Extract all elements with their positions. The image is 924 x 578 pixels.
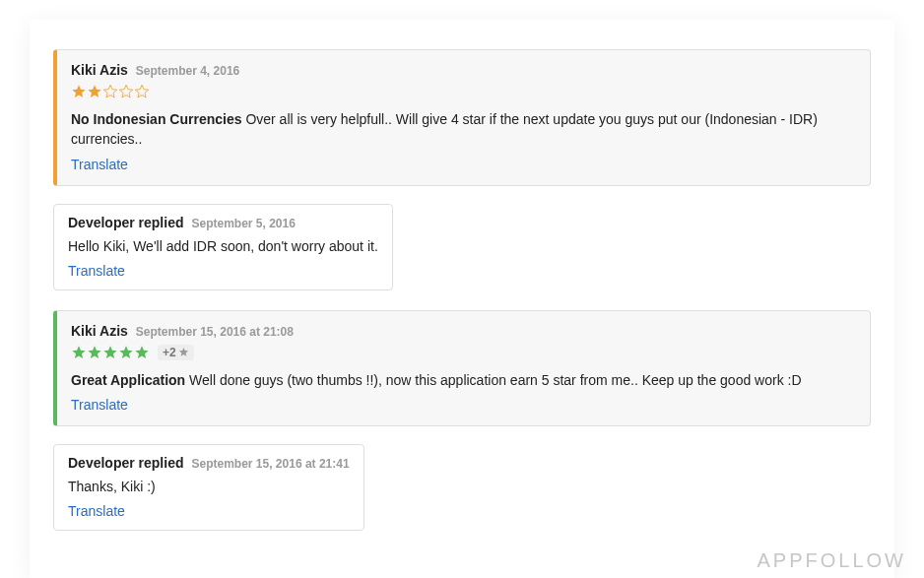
star-rating bbox=[71, 345, 150, 360]
reply-body: Hello Kiki, We'll add IDR soon, don't wo… bbox=[68, 236, 378, 256]
reviews-container: Kiki Azis September 4, 2016 No Indonesia… bbox=[30, 20, 894, 578]
svg-marker-6 bbox=[88, 346, 100, 358]
svg-marker-0 bbox=[72, 85, 85, 97]
svg-marker-8 bbox=[119, 346, 132, 358]
star-icon bbox=[102, 84, 118, 99]
review-text: Well done guys (two thumbs !!), now this… bbox=[189, 372, 802, 388]
star-icon bbox=[71, 84, 87, 99]
rating-delta-value: +2 bbox=[163, 346, 176, 359]
reply-date: September 5, 2016 bbox=[192, 217, 296, 230]
review-header: Kiki Azis September 15, 2016 at 21:08 bbox=[71, 323, 856, 339]
review-body: No Indonesian Currencies Over all is ver… bbox=[71, 109, 856, 150]
reply-header: Developer replied September 15, 2016 at … bbox=[68, 455, 350, 471]
translate-link[interactable]: Translate bbox=[71, 397, 128, 413]
review-body: Great Application Well done guys (two th… bbox=[71, 370, 856, 390]
star-icon bbox=[118, 84, 134, 99]
review-title: No Indonesian Currencies bbox=[71, 111, 241, 127]
svg-marker-10 bbox=[179, 348, 188, 356]
watermark: APPFOLLOW bbox=[758, 549, 906, 572]
star-icon bbox=[71, 345, 87, 360]
star-icon bbox=[87, 345, 102, 360]
star-icon bbox=[87, 84, 102, 99]
review-author: Kiki Azis bbox=[71, 62, 128, 78]
review-date: September 15, 2016 at 21:08 bbox=[136, 325, 294, 339]
review-card: Kiki Azis September 4, 2016 No Indonesia… bbox=[53, 49, 871, 186]
svg-marker-4 bbox=[135, 85, 148, 97]
svg-marker-2 bbox=[103, 85, 116, 97]
svg-marker-1 bbox=[88, 85, 100, 97]
review-author: Kiki Azis bbox=[71, 323, 128, 339]
reply-body: Thanks, Kiki :) bbox=[68, 477, 350, 496]
review-header: Kiki Azis September 4, 2016 bbox=[71, 62, 856, 78]
reply-date: September 15, 2016 at 21:41 bbox=[192, 457, 350, 471]
reply-author: Developer replied bbox=[68, 455, 184, 471]
reply-header: Developer replied September 5, 2016 bbox=[68, 215, 378, 230]
rating-row: +2 bbox=[71, 345, 856, 360]
star-icon bbox=[118, 345, 134, 360]
star-icon bbox=[178, 347, 189, 357]
star-icon bbox=[134, 84, 150, 99]
developer-reply-card: Developer replied September 15, 2016 at … bbox=[53, 444, 364, 531]
svg-marker-3 bbox=[119, 85, 132, 97]
review-title: Great Application bbox=[71, 372, 185, 388]
star-rating bbox=[71, 84, 150, 99]
translate-link[interactable]: Translate bbox=[68, 503, 125, 519]
rating-delta-badge: +2 bbox=[158, 345, 194, 360]
star-icon bbox=[134, 345, 150, 360]
review-card: Kiki Azis September 15, 2016 at 21:08 +2… bbox=[53, 310, 871, 426]
star-icon bbox=[102, 345, 118, 360]
svg-marker-7 bbox=[103, 346, 116, 358]
translate-link[interactable]: Translate bbox=[71, 157, 128, 172]
developer-reply-card: Developer replied September 5, 2016 Hell… bbox=[53, 204, 393, 290]
svg-marker-5 bbox=[72, 346, 85, 358]
rating-row bbox=[71, 84, 856, 99]
reply-author: Developer replied bbox=[68, 215, 184, 230]
svg-marker-9 bbox=[135, 346, 148, 358]
review-date: September 4, 2016 bbox=[136, 64, 239, 78]
translate-link[interactable]: Translate bbox=[68, 263, 125, 279]
